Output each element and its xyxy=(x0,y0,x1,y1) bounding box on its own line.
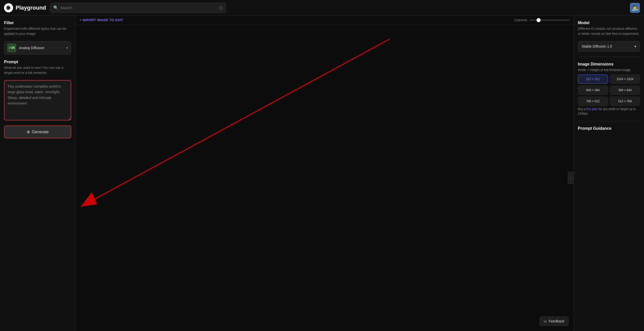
dimensions-title: Image Dimensions xyxy=(578,62,640,67)
logo-icon xyxy=(4,3,13,12)
model-dropdown[interactable]: Stable Diffusion 1.5 ▾ xyxy=(578,41,640,52)
right-panel: Model Different AI models can produce di… xyxy=(574,16,644,331)
dimensions-section: Image Dimensions Width × Height of the f… xyxy=(578,62,640,116)
svg-line-6 xyxy=(81,39,390,207)
dim-btn-640x384[interactable]: 640 × 384 xyxy=(578,86,608,95)
red-arrow xyxy=(75,25,574,331)
prompt-title: Prompt xyxy=(4,60,71,64)
search-bar[interactable]: 🔍 / xyxy=(50,3,226,13)
import-button[interactable]: + IMPORT IMAGE TO EDIT xyxy=(79,18,123,22)
prompt-textarea[interactable]: Tiny underwater complete world in large … xyxy=(4,80,71,120)
generate-label: Generate xyxy=(32,130,49,134)
feedback-icon: ▭ xyxy=(544,319,547,323)
pro-plan-link[interactable]: Pro plan xyxy=(586,107,598,111)
dimensions-grid: 512 × 512 1024 × 1024 640 × 384 384 × 64… xyxy=(578,75,640,106)
divider-1 xyxy=(578,57,640,57)
canvas-toolbar: + IMPORT IMAGE TO EDIT Columns xyxy=(75,16,574,25)
search-icon: 🔍 xyxy=(53,5,58,10)
filter-section: Filter Experiment with different styles … xyxy=(4,21,71,36)
header: Playground 🔍 / 🧑‍🎨 xyxy=(0,0,644,16)
dropdown-chevron-icon: ▾ xyxy=(634,44,636,48)
filter-title: Filter xyxy=(4,21,71,25)
model-dropdown-value: Stable Diffusion 1.5 xyxy=(582,44,612,48)
model-thumbnail xyxy=(7,43,16,52)
search-shortcut: / xyxy=(219,6,223,10)
columns-slider[interactable] xyxy=(529,20,570,21)
dim-btn-1024x1024[interactable]: 1024 × 1024 xyxy=(610,75,640,84)
model-panel-desc: Different AI models can produce differen… xyxy=(578,26,640,36)
prompt-guidance-title: Prompt Guidance xyxy=(578,126,640,131)
sidebar-model-name: Analog Diffusion xyxy=(19,46,64,50)
avatar[interactable]: 🧑‍🎨 xyxy=(630,3,640,13)
dimensions-desc: Width × Height of the finished image. xyxy=(578,68,640,73)
svg-point-4 xyxy=(10,49,11,50)
model-panel-title: Model xyxy=(578,21,640,25)
dim-btn-512x768[interactable]: 512 × 768 xyxy=(610,97,640,106)
main-layout: Filter Experiment with different styles … xyxy=(0,16,644,331)
chevron-right-icon: › xyxy=(570,176,571,180)
pro-plan-text: Buy a Pro plan for any width or height u… xyxy=(578,107,640,116)
svg-rect-2 xyxy=(9,47,12,49)
svg-marker-7 xyxy=(81,192,97,207)
prompt-desc: What do you want to see? You can use a s… xyxy=(4,65,71,75)
header-right: 🧑‍🎨 xyxy=(630,3,640,13)
canvas-content: › xyxy=(75,25,574,331)
columns-label: Columns xyxy=(514,18,527,22)
dim-btn-384x640[interactable]: 384 × 640 xyxy=(610,86,640,95)
collapse-button[interactable]: › xyxy=(568,172,574,184)
left-sidebar: Filter Experiment with different styles … xyxy=(0,16,75,331)
columns-control: Columns xyxy=(514,18,570,22)
canvas-area: + IMPORT IMAGE TO EDIT Columns › ▭ Feedb… xyxy=(75,16,574,331)
feedback-button[interactable]: ▭ Feedback xyxy=(539,316,569,326)
prompt-guidance-section: Prompt Guidance xyxy=(578,126,640,132)
search-input[interactable] xyxy=(60,6,217,10)
model-selector[interactable]: Analog Diffusion ▾ xyxy=(4,41,71,55)
dim-btn-512x512[interactable]: 512 × 512 xyxy=(578,75,608,84)
logo-area: Playground xyxy=(4,3,46,12)
app-title: Playground xyxy=(16,5,46,11)
chevron-down-icon: ▾ xyxy=(66,46,68,50)
generate-button[interactable]: ⊕ Generate xyxy=(4,125,71,138)
divider-2 xyxy=(578,121,640,121)
svg-point-5 xyxy=(13,49,14,50)
filter-desc: Experiment with different styles that ca… xyxy=(4,26,71,36)
feedback-label: Feedback xyxy=(549,319,564,323)
dim-btn-768x512[interactable]: 768 × 512 xyxy=(578,97,608,106)
model-section: Model Different AI models can produce di… xyxy=(578,21,640,36)
pro-prefix: Buy a xyxy=(578,107,586,111)
plus-icon: ⊕ xyxy=(27,129,30,134)
prompt-section: Prompt What do you want to see? You can … xyxy=(4,60,71,75)
